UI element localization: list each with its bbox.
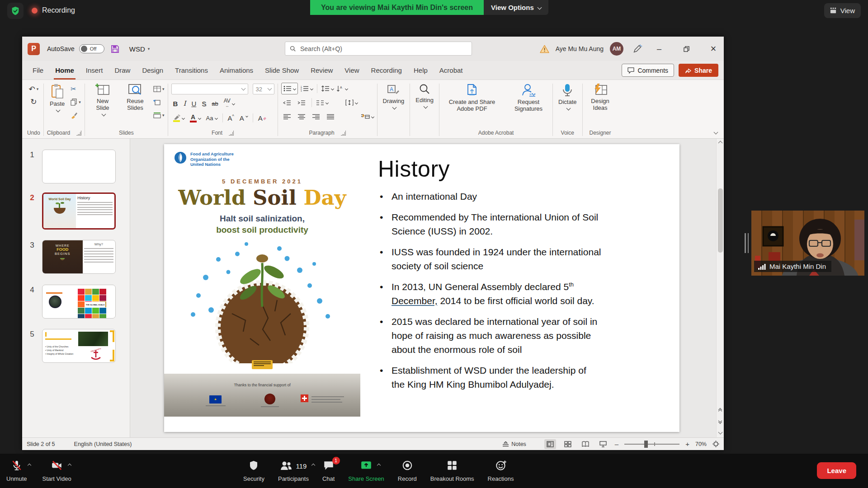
- chevron-up-icon[interactable]: [376, 462, 380, 469]
- drawing-button[interactable]: A Drawing: [381, 82, 407, 110]
- restore-button[interactable]: [676, 37, 697, 61]
- reading-view-button[interactable]: [580, 439, 591, 449]
- font-color-button[interactable]: A: [188, 114, 203, 122]
- autosave-toggle[interactable]: Off: [79, 44, 104, 53]
- decrease-font-button[interactable]: A: [238, 114, 250, 122]
- slide-thumbnail-5[interactable]: oikoumene• Unity of the Churches• Unity …: [42, 329, 116, 363]
- highlight-color-button[interactable]: [171, 114, 186, 122]
- participant-video[interactable]: Mai Kaythi Min Din: [751, 211, 864, 276]
- leave-button[interactable]: Leave: [817, 462, 856, 479]
- clear-formatting-button[interactable]: A: [256, 114, 269, 122]
- font-size-combobox[interactable]: 32: [253, 84, 274, 94]
- font-dialog-launcher[interactable]: [229, 131, 234, 136]
- slideshow-button[interactable]: [597, 439, 609, 449]
- reset-slide-button[interactable]: [153, 97, 165, 107]
- view-options-button[interactable]: View Options: [484, 0, 548, 15]
- share-button[interactable]: Share: [679, 64, 718, 77]
- view-button[interactable]: View: [824, 3, 861, 18]
- zoom-out-button[interactable]: –: [615, 440, 618, 448]
- clipboard-dialog-launcher[interactable]: [76, 131, 81, 136]
- tab-draw[interactable]: Draw: [108, 61, 136, 80]
- tab-review[interactable]: Review: [305, 61, 339, 80]
- warning-icon[interactable]: [540, 45, 549, 53]
- slide-thumbnail-4[interactable]: THE GLOBAL GOALS: [42, 285, 116, 319]
- next-slide-button[interactable]: [717, 419, 723, 426]
- reuse-slides-button[interactable]: Reuse Slides: [121, 82, 150, 113]
- slide-text-content[interactable]: History An international DayRecommended …: [378, 156, 655, 398]
- text-shadow-button[interactable]: S: [200, 100, 208, 108]
- security-button[interactable]: Security: [243, 454, 264, 488]
- previous-slide-button[interactable]: [717, 408, 723, 414]
- normal-view-button[interactable]: [544, 439, 556, 449]
- reactions-button[interactable]: Reactions: [488, 454, 514, 488]
- editing-button[interactable]: Editing: [413, 82, 436, 109]
- decrease-indent-button[interactable]: [281, 97, 293, 108]
- collapse-ribbon-button[interactable]: [714, 130, 718, 135]
- slide-indicator[interactable]: Slide 2 of 5: [27, 441, 55, 447]
- save-icon[interactable]: [111, 45, 119, 53]
- tab-recording[interactable]: Recording: [365, 61, 408, 80]
- meeting-info-shield-button[interactable]: [7, 3, 24, 19]
- avatar[interactable]: AM: [610, 42, 623, 56]
- paste-button[interactable]: Paste: [47, 82, 67, 113]
- repeat-button[interactable]: ↻: [30, 97, 37, 107]
- tab-insert[interactable]: Insert: [80, 61, 109, 80]
- create-share-pdf-button[interactable]: Create and Share Adobe PDF: [443, 82, 501, 113]
- slide-layout-button[interactable]: ▾: [153, 84, 165, 94]
- columns-button[interactable]: [316, 97, 328, 108]
- chevron-up-icon[interactable]: [310, 462, 315, 469]
- bold-button[interactable]: B: [171, 100, 180, 108]
- paragraph-dialog-launcher[interactable]: [341, 131, 346, 136]
- tab-transitions[interactable]: Transitions: [169, 61, 214, 80]
- font-name-combobox[interactable]: [171, 84, 248, 94]
- zoom-level[interactable]: 70%: [695, 441, 707, 447]
- unmute-button[interactable]: Unmute: [6, 454, 27, 488]
- undo-button[interactable]: ↶▾: [28, 84, 38, 94]
- tab-file[interactable]: File: [27, 61, 49, 80]
- video-panel-drag-handle[interactable]: [745, 233, 749, 253]
- align-right-button[interactable]: [310, 111, 322, 122]
- slide-sorter-view-button[interactable]: [562, 439, 574, 449]
- numbering-button[interactable]: 123: [301, 83, 313, 94]
- align-left-button[interactable]: [281, 111, 293, 122]
- tab-help[interactable]: Help: [408, 61, 434, 80]
- participants-button[interactable]: 119Participants: [278, 454, 309, 488]
- align-center-button[interactable]: [296, 111, 307, 122]
- text-direction-button[interactable]: [345, 97, 358, 108]
- dictate-button[interactable]: Dictate: [556, 82, 579, 111]
- scroll-up-button[interactable]: [717, 139, 724, 147]
- increase-font-button[interactable]: A^: [226, 114, 236, 122]
- slide-thumbnail-1[interactable]: [42, 150, 116, 183]
- dictate-dropdown[interactable]: [566, 106, 571, 111]
- section-button[interactable]: ▾: [153, 110, 165, 120]
- tab-home[interactable]: Home: [49, 61, 80, 80]
- character-spacing-button[interactable]: AV↔: [222, 99, 236, 108]
- format-painter-button[interactable]: [71, 110, 81, 120]
- slide-thumbnail-2[interactable]: World Soil DayHistory: [42, 192, 116, 230]
- record-button[interactable]: Record: [398, 454, 417, 488]
- current-slide[interactable]: Food and Agriculture Organization of the…: [164, 144, 679, 432]
- cut-button[interactable]: ✂: [71, 84, 81, 94]
- zoom-in-button[interactable]: +: [685, 440, 689, 448]
- fit-to-window-icon[interactable]: [712, 441, 719, 447]
- ink-pen-icon[interactable]: [632, 44, 642, 54]
- justify-button[interactable]: [325, 111, 336, 122]
- slide-thumbnail-3[interactable]: WHEREFOODBEGINSWhy?: [42, 240, 116, 274]
- scrollbar-thumb[interactable]: [718, 188, 723, 253]
- close-button[interactable]: ×: [703, 37, 724, 61]
- user-name[interactable]: Aye Mu Mu Aung: [556, 45, 604, 52]
- request-signatures-button[interactable]: x Request Signatures: [508, 82, 549, 113]
- notes-button[interactable]: Notes: [502, 441, 526, 447]
- share-screen-button[interactable]: Share Screen: [348, 454, 384, 488]
- search-input[interactable]: Search (Alt+Q): [285, 42, 472, 56]
- minimize-button[interactable]: –: [649, 37, 670, 61]
- bullets-button[interactable]: [281, 83, 298, 94]
- vertical-scrollbar[interactable]: [716, 139, 724, 437]
- new-slide-dropdown[interactable]: [101, 112, 106, 117]
- zoom-slider[interactable]: [624, 444, 679, 445]
- scroll-down-button[interactable]: [717, 429, 724, 436]
- copy-button[interactable]: ▾: [71, 97, 81, 107]
- tab-view[interactable]: View: [339, 61, 365, 80]
- strikethrough-button[interactable]: ab: [210, 100, 220, 107]
- paste-dropdown[interactable]: [56, 108, 61, 113]
